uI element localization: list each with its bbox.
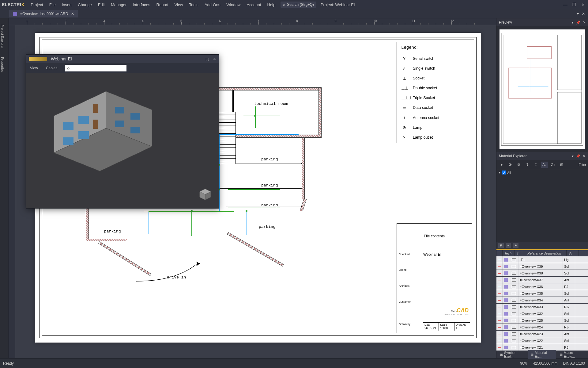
- pin-icon[interactable]: 📌: [576, 154, 580, 158]
- svg-rect-8: [78, 131, 89, 139]
- menu-manager[interactable]: Manager: [108, 1, 129, 8]
- menu-window[interactable]: Window: [224, 1, 243, 8]
- menu-insert[interactable]: Insert: [59, 1, 75, 8]
- legend-item: ×Lamp outlet: [397, 133, 472, 143]
- global-search[interactable]: ⌕ Search (Strg+Q): [281, 2, 316, 8]
- refresh-icon[interactable]: ⟳: [507, 162, 514, 168]
- status-zoom[interactable]: 90%: [520, 361, 528, 366]
- chevron-down-icon[interactable]: ▾: [572, 154, 574, 158]
- status-ready: Ready: [3, 361, 14, 366]
- 3d-viewport[interactable]: [26, 73, 219, 208]
- 3d-viewer-title: Webinar EI: [51, 56, 72, 61]
- all-label: All: [507, 171, 511, 174]
- explorer-bottom-tabs: ⊞Symbol Expl...⊞Material Ex...⊞Macro Exp…: [496, 351, 588, 358]
- material-row[interactable]: —=Overview-X35Scl: [496, 290, 588, 297]
- tab-menu-icon[interactable]: ▾: [577, 12, 579, 16]
- orientation-cube-icon[interactable]: [198, 188, 212, 201]
- legend-item: ⟟Antenna socket: [397, 113, 472, 123]
- 3d-maximize-icon[interactable]: ▢: [205, 57, 209, 61]
- bottom-tab-material-ex-[interactable]: ⊞Material Ex...: [528, 350, 556, 359]
- menu-project[interactable]: Project: [28, 1, 46, 8]
- document-tab-strip: =Overview_Inst.0001.wsARD ✕ ▾ ✕: [0, 9, 588, 18]
- bottom-tab-macro-explo-[interactable]: ⊞Macro Explo...: [557, 350, 587, 359]
- 3d-tab-view[interactable]: View: [30, 66, 38, 70]
- mat-dropdown-icon[interactable]: ▾: [498, 162, 505, 168]
- all-checkbox[interactable]: [502, 171, 506, 174]
- material-row[interactable]: —=Overview-X36RJ-: [496, 283, 588, 290]
- material-table[interactable]: Tech T Reference designation Sy —-E1Lig—…: [496, 250, 588, 351]
- titleblock-architect-label: Architect: [399, 284, 409, 287]
- material-row[interactable]: —=Overview-X38Scl: [496, 270, 588, 277]
- sort-desc-icon[interactable]: ↥: [533, 162, 539, 168]
- label-parking-1: parking: [261, 157, 278, 162]
- 3d-viewer-window[interactable]: Webinar EI ▢ ✕ View Cables: [26, 54, 219, 209]
- menu-help[interactable]: Help: [264, 1, 278, 8]
- tab-p-button[interactable]: P: [498, 243, 504, 248]
- legend-item: ⊗Lamp: [397, 123, 472, 133]
- svg-rect-14: [93, 120, 98, 129]
- material-row[interactable]: —=Overview-X34Ant: [496, 297, 588, 304]
- drawing-canvas[interactable]: Legend: YSerial switch✓Single switch⊥Soc…: [15, 25, 496, 358]
- menu-add-ons[interactable]: Add-Ons: [202, 1, 223, 8]
- label-parking-4: parking: [259, 224, 276, 229]
- search-icon: ⌕: [283, 2, 285, 7]
- menu-report[interactable]: Report: [154, 1, 171, 8]
- menu-change[interactable]: Change: [75, 1, 95, 8]
- tab-minus-button[interactable]: −: [506, 243, 511, 248]
- material-explorer-header[interactable]: Material Explorer ▾ 📌 ✕: [496, 152, 588, 160]
- material-row[interactable]: —=Overview-X37Ant: [496, 277, 588, 283]
- menu-account[interactable]: Account: [244, 1, 264, 8]
- bottom-tab-symbol-expl-[interactable]: ⊞Symbol Expl...: [498, 350, 527, 359]
- material-row[interactable]: —=Overview-X25Scl: [496, 317, 588, 324]
- app-logo: ELECTRIX: [2, 2, 24, 7]
- close-icon[interactable]: ✕: [583, 154, 586, 158]
- window-restore-icon[interactable]: ❐: [571, 2, 578, 7]
- 3d-viewer-titlebar[interactable]: Webinar EI ▢ ✕: [26, 55, 219, 63]
- 3d-search-input[interactable]: [65, 65, 126, 71]
- menu-tools[interactable]: Tools: [187, 1, 201, 8]
- chevron-down-icon[interactable]: ▾: [499, 171, 501, 174]
- preview-body: [496, 26, 588, 152]
- material-tabbar: P − +: [496, 242, 588, 249]
- title-bar: ELECTRIX ProjectFileInsertChangeEditMana…: [0, 0, 588, 9]
- tab-close-all-icon[interactable]: ✕: [582, 12, 585, 16]
- preview-panel-header[interactable]: Preview ▾ 📌 ✕: [496, 18, 588, 26]
- material-row[interactable]: —=Overview-X39Scl: [496, 263, 588, 270]
- sort-az-icon[interactable]: A↓: [541, 162, 548, 168]
- titleblock-file-contents: File contents: [399, 225, 470, 238]
- material-row[interactable]: —=Overview-X22Scl: [496, 337, 588, 344]
- tab-plus-button[interactable]: +: [513, 243, 518, 248]
- window-minimize-icon[interactable]: —: [562, 2, 569, 7]
- menu-edit[interactable]: Edit: [95, 1, 107, 8]
- chevron-down-icon[interactable]: ▾: [572, 21, 574, 25]
- rail-properties[interactable]: Properties: [0, 53, 5, 77]
- sort-za-icon[interactable]: Z↑: [550, 162, 556, 168]
- material-row[interactable]: —=Overview-X33RJ-: [496, 304, 588, 310]
- menu-view[interactable]: View: [172, 1, 186, 8]
- 3d-close-icon[interactable]: ✕: [213, 57, 216, 61]
- menu-file[interactable]: File: [47, 1, 58, 8]
- material-row[interactable]: —=Overview-X24RJ-: [496, 324, 588, 331]
- copy-icon[interactable]: ⧉: [515, 162, 522, 168]
- svg-rect-13: [93, 104, 98, 113]
- window-close-icon[interactable]: ✕: [580, 2, 586, 7]
- filter-label[interactable]: Filter: [579, 163, 586, 167]
- menu-interfaces[interactable]: Interfaces: [130, 1, 153, 8]
- sort-asc-icon[interactable]: ↧: [524, 162, 531, 168]
- material-row[interactable]: —-E1Lig: [496, 256, 588, 263]
- svg-rect-11: [115, 121, 124, 127]
- preview-thumbnail[interactable]: [499, 29, 585, 149]
- document-tab[interactable]: =Overview_Inst.0001.wsARD ✕: [9, 10, 78, 17]
- grid-icon[interactable]: ⊞: [558, 162, 565, 168]
- titleblock-customer-label: Customer: [399, 300, 411, 303]
- rail-project-explorer[interactable]: Project Explorer: [0, 20, 5, 53]
- pin-icon[interactable]: 📌: [576, 21, 580, 25]
- 3d-tab-cables[interactable]: Cables: [46, 66, 57, 70]
- close-icon[interactable]: ✕: [71, 12, 74, 16]
- close-icon[interactable]: ✕: [583, 21, 586, 25]
- material-tree[interactable]: [496, 176, 588, 242]
- material-row[interactable]: —=Overview-X23Ant: [496, 331, 588, 337]
- material-filter-row: ▾ All: [496, 169, 588, 176]
- material-row[interactable]: —=Overview-X32Scl: [496, 310, 588, 317]
- title-block: File contents Checked: Webinar EI Client…: [397, 223, 472, 333]
